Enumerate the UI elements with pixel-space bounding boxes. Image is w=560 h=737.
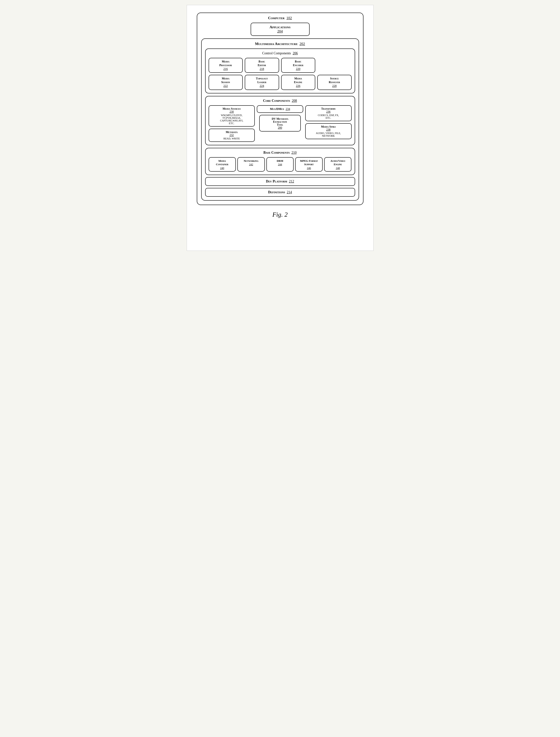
control-item-basic-encoder: BasicEncoder 220 [281,58,316,73]
core-number: 208 [292,99,297,103]
base-drm: DRM 244 [266,157,294,172]
control-item-media-processor: MediaProcessor 216 [209,58,243,73]
definitions-label: Definitions [268,190,285,194]
core-right: Transforms 236 CODECS, DSP, FX,ETC. Medi… [305,105,352,139]
applications-box: Applications 204 [251,23,310,36]
control-item-topology-loader: TopologyLoader 224 [245,75,279,90]
core-metadata: Metadata 232 READ, WRITE [209,129,255,142]
computer-label: Computer [268,16,285,20]
applications-label: Applications [256,25,304,29]
core-transforms: Transforms 236 CODECS, DSP, FX,ETC. [305,105,352,121]
computer-box: Computer 102 Applications 204 Multimedia… [197,13,363,205]
core-media-sinks: Media Sinks 238 AUDIO, VIDEO, FILE,NETWO… [305,123,352,139]
core-layout: Media Sources 230 WM,MP3,CD,DVD,TV,PVR,I… [209,105,352,142]
control-item-basic-editor: BasicEditor 218 [245,58,279,73]
control-label: Control Components [262,51,291,55]
control-grid: MediaProcessor 216 BasicEditor 218 Basic… [209,58,352,90]
multimedia-label: Multimedia Architecture [255,42,298,46]
control-title: Control Components 206 [209,51,352,55]
definitions-number: 214 [287,190,292,194]
control-spacer [317,58,352,73]
base-title: Base Components 210 [209,151,352,155]
control-box: Control Components 206 MediaProcessor 21… [205,48,355,93]
multimedia-box: Multimedia Architecture 202 Control Comp… [201,38,359,201]
multimedia-title: Multimedia Architecture 202 [205,42,355,46]
base-av-engine: Audio/VideoEngine 248 [324,157,352,172]
core-center: Mux/DMux 234 DV MetadataExtractionTool 2… [257,105,303,132]
dev-platform-number: 212 [289,180,294,183]
control-item-source-resolver: SourceResolver 228 [317,75,352,90]
core-left: Media Sources 230 WM,MP3,CD,DVD,TV,PVR,I… [209,105,255,142]
core-mux: Mux/DMux 234 [257,105,303,113]
page: Computer 102 Applications 204 Multimedia… [187,5,374,251]
control-item-media-engine: MediaEngine 226 [281,75,316,90]
control-number: 206 [293,51,298,55]
figure-caption: Fig. 2 [197,211,363,218]
base-grid: MediaContainer 240 Networking 242 DRM 24… [209,157,352,172]
base-number: 210 [291,151,297,154]
base-box: Base Components 210 MediaContainer 240 N… [205,148,355,175]
core-label: Core Components [263,99,290,103]
base-mpeg: MPEG FormatSupport 246 [295,157,323,172]
control-item-media-session: MediaSession 222 [209,75,243,90]
core-dv: DV MetadataExtractionTool 200 [259,115,301,132]
figure-title: Fig. 2 [272,211,288,218]
base-networking: Networking 242 [237,157,265,172]
core-title: Core Components 208 [209,99,352,103]
multimedia-number: 202 [300,42,305,46]
core-media-sources: Media Sources 230 WM,MP3,CD,DVD,TV,PVR,I… [209,105,255,127]
definitions-box: Definitions 214 [205,188,355,197]
dev-platform-label: Dev Platform [266,180,287,183]
core-box: Core Components 208 Media Sources 230 WM… [205,96,355,145]
computer-number: 102 [287,16,292,20]
dev-platform-box: Dev Platform 212 [205,177,355,186]
applications-number: 204 [256,29,304,33]
base-media-container: MediaContainer 240 [209,157,236,172]
computer-title: Computer 102 [201,16,359,20]
base-label: Base Components [263,151,290,154]
